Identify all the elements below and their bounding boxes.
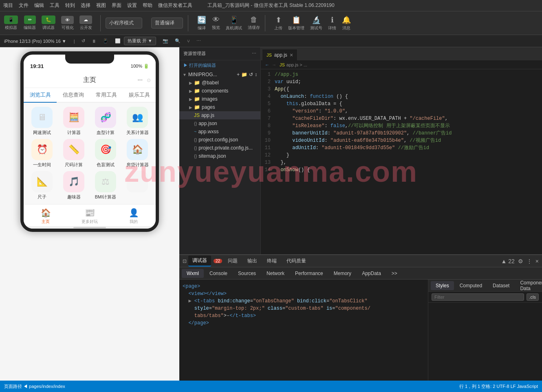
screenshot-icon[interactable]: 📷 <box>163 38 168 44</box>
debugger-button[interactable]: 🐛 <box>42 15 55 24</box>
list-item[interactable]: 🧮 计算器 <box>59 107 88 136</box>
phone-tab-info[interactable]: 信息查询 <box>57 88 90 102</box>
list-item[interactable]: 🎵 趣味器 <box>59 171 88 200</box>
tree-item-projectconfig[interactable]: {} project.config.json <box>179 136 260 144</box>
devtools-tab-debugger[interactable]: 调试器 <box>188 255 211 266</box>
screen-icon[interactable]: ⬜ <box>115 38 121 44</box>
simulator-button[interactable]: 📱 <box>4 15 18 24</box>
list-item[interactable]: ⚖ BMI计算器 <box>91 171 120 200</box>
devtools-tab-terminal[interactable]: 终端 <box>263 256 281 266</box>
menu-item-settings[interactable]: 设置 <box>127 2 137 9</box>
tree-item-pages[interactable]: ▶ 📁 pages <box>179 103 260 111</box>
upload-tool[interactable]: ⬆ 上传 <box>274 15 282 31</box>
rotate-icon[interactable]: ↺ <box>82 38 85 44</box>
add-icon[interactable]: + <box>237 72 240 77</box>
devtools-performance-tab[interactable]: Performance <box>290 269 328 278</box>
bottom-nav-mine[interactable]: 👤 我的 <box>112 208 156 225</box>
list-item[interactable]: 🏠 房贷计算器 <box>123 139 152 168</box>
tree-item-appjs[interactable]: JS app.js <box>179 111 260 119</box>
devtools-appdata-tab[interactable]: AppData <box>357 269 386 278</box>
right-tab-dataset[interactable]: Dataset <box>488 281 514 290</box>
list-item[interactable]: 📏 尺码计算 <box>59 139 88 168</box>
settings-circle-icon[interactable]: ⊙ <box>147 77 151 83</box>
menu-item-edit[interactable]: 编辑 <box>34 2 44 9</box>
breadcrumb-nav-back[interactable]: ← <box>265 62 269 67</box>
tree-item-projectprivate[interactable]: {} project.private.config.js... <box>179 144 260 152</box>
menu-item-interface[interactable]: 界面 <box>112 2 121 9</box>
devtools-network-tab[interactable]: Network <box>262 269 289 278</box>
cls-button[interactable]: .cls <box>527 293 539 301</box>
clean-cache-tool[interactable]: 🗑 清缓存 <box>248 15 260 31</box>
tree-item-appwxss[interactable]: ~ app.wxss <box>179 128 260 136</box>
menu-item-select[interactable]: 选择 <box>81 2 90 9</box>
phone-tab-entertainment[interactable]: 娱乐工具 <box>123 88 156 102</box>
devtools-sources-tab[interactable]: Sources <box>233 269 261 278</box>
devtools-tab-issues[interactable]: 问题 <box>224 256 242 266</box>
mode-dropdown[interactable]: 小程序模式 <box>106 18 142 29</box>
file-tree-more-icon[interactable]: ⋯ <box>252 51 256 56</box>
devtools-tab-quality[interactable]: 代码质量 <box>282 256 310 266</box>
tree-item-root[interactable]: ▼ MINIPROG... + 📁 ↺ ↕ <box>179 70 260 79</box>
open-editor-link[interactable]: ▶ 打开的编辑器 <box>179 60 260 70</box>
test-tool[interactable]: 🔬 测试号 <box>310 15 322 31</box>
list-item[interactable]: 📐 尺子 <box>28 171 56 200</box>
more-icon[interactable]: ⋯ <box>196 38 201 44</box>
compile-mode-dropdown[interactable]: 普通编译 <box>151 18 183 29</box>
refresh-icon[interactable]: ↺ <box>249 72 253 77</box>
menu-item-goto[interactable]: 转到 <box>65 2 75 9</box>
tree-item-babel[interactable]: ▶ 📁 @babel <box>179 79 260 87</box>
real-test-tool[interactable]: 📱 真机调试 <box>226 15 242 31</box>
right-tab-component[interactable]: Component Data <box>515 278 542 293</box>
simulator-tool[interactable]: 📱 模拟器 <box>4 15 18 31</box>
version-tool[interactable]: 📋 版本管理 <box>288 15 304 31</box>
devtools-expand-icon[interactable]: ⊡ <box>183 258 187 264</box>
editor-tab-appjs[interactable]: JS app.js × <box>262 49 297 60</box>
tree-item-components[interactable]: ▶ 📁 components <box>179 87 260 95</box>
tab-close-icon[interactable]: × <box>290 52 293 58</box>
devtools-more-icon[interactable]: ⋮ <box>527 258 532 264</box>
bottom-nav-home[interactable]: 🏠 主页 <box>24 208 68 225</box>
tree-item-appjson[interactable]: {} app.json <box>179 119 260 128</box>
branch-icon[interactable]: ⑂ <box>187 39 190 44</box>
tree-item-sitemap[interactable]: {} sitemap.json <box>179 152 260 160</box>
list-item[interactable]: 🎯 色盲测试 <box>91 139 120 168</box>
tree-item-images[interactable]: ▶ 📁 images <box>179 95 260 103</box>
collapse-icon[interactable]: ↕ <box>255 72 257 77</box>
more-dots-icon[interactable]: ••• <box>137 77 143 83</box>
visual-button[interactable]: 👁 <box>61 16 74 24</box>
devtools-tab-output[interactable]: 输出 <box>243 256 261 266</box>
notify-tool[interactable]: 🔔 消息 <box>342 15 351 31</box>
devtools-settings-icon[interactable]: ⚙ <box>518 258 523 264</box>
breadcrumb-nav-forward[interactable]: → <box>272 62 276 67</box>
detail-tool[interactable]: ℹ 详情 <box>328 15 336 31</box>
right-tab-styles[interactable]: Styles <box>431 281 454 290</box>
compile-tool[interactable]: 🔄 编译 <box>197 15 206 31</box>
list-item[interactable]: 🖥 网速测试 <box>28 107 56 136</box>
devtools-wxml-tab[interactable]: Wxml <box>182 269 204 278</box>
devtools-console-tab[interactable]: Console <box>205 269 232 278</box>
menu-item-project[interactable]: 项目 <box>3 2 13 9</box>
visual-tool[interactable]: 👁 可视化 <box>61 16 74 31</box>
device-info[interactable]: iPhone 12/13 (Pro) 100% 16 ▼ <box>4 39 66 44</box>
devtools-memory-tab[interactable]: Memory <box>329 269 356 278</box>
list-item[interactable]: 👥 关系计算器 <box>123 107 152 136</box>
bottom-nav-more[interactable]: 📰 更多好玩 <box>68 208 112 225</box>
menu-item-file[interactable]: 文件 <box>19 2 29 9</box>
devtools-more-tabs[interactable]: >> <box>387 269 402 278</box>
debugger-tool[interactable]: 🐛 调试器 <box>42 15 55 31</box>
right-tab-computed[interactable]: Computed <box>455 281 487 290</box>
phone-tab-tools[interactable]: 常用工具 <box>90 88 123 102</box>
hot-reload-button[interactable]: 热重载 开 ▼ <box>124 37 156 45</box>
preview-tool[interactable]: 👁 预览 <box>212 15 220 31</box>
list-item[interactable]: ⏰ 一生时间 <box>28 139 56 168</box>
search-icon[interactable]: 🔍 <box>175 38 181 44</box>
devtools-close-icon[interactable]: × <box>535 258 539 264</box>
menu-item-tool[interactable]: 工具 <box>50 2 59 9</box>
menu-item-help[interactable]: 帮助 <box>143 2 152 9</box>
cloud-tool[interactable]: ☁ 云开发 <box>79 15 92 31</box>
editor-tool[interactable]: ✏ 编辑器 <box>24 15 36 31</box>
cloud-button[interactable]: ☁ <box>79 15 92 24</box>
menu-item-wechat[interactable]: 微信开发者工具 <box>158 2 192 9</box>
list-item[interactable]: 🧬 血型计算 <box>91 107 120 136</box>
pause-icon[interactable]: ⏸ <box>92 39 96 44</box>
